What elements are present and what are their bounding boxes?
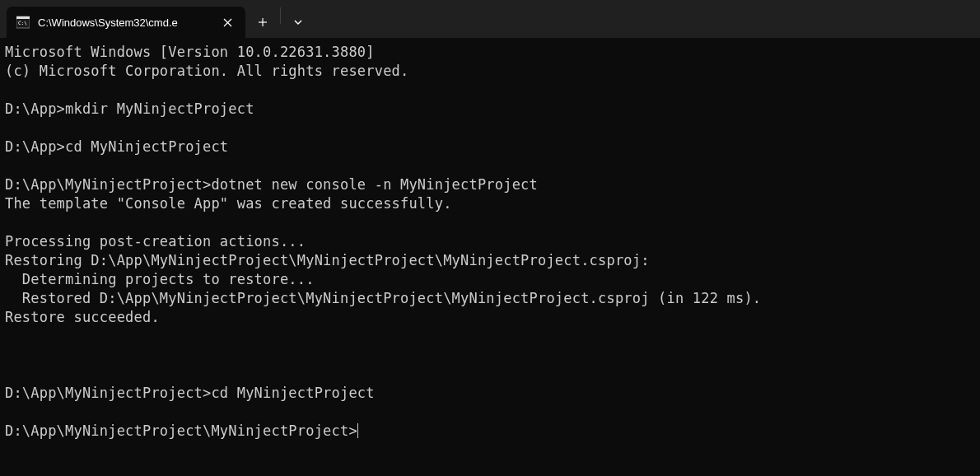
terminal-output[interactable]: Microsoft Windows [Version 10.0.22631.38…	[0, 38, 980, 446]
close-icon	[223, 18, 232, 27]
tab-close-button[interactable]	[217, 12, 237, 32]
cmd-icon: C:\	[16, 16, 30, 29]
titlebar: C:\ C:\Windows\System32\cmd.e	[0, 0, 980, 38]
plus-icon	[258, 17, 268, 27]
svg-text:C:\: C:\	[18, 20, 27, 26]
svg-rect-1	[16, 16, 30, 19]
tab-dropdown-button[interactable]	[281, 7, 315, 38]
tab-title: C:\Windows\System32\cmd.e	[38, 16, 212, 29]
chevron-down-icon	[293, 19, 303, 26]
new-tab-button[interactable]	[245, 7, 280, 38]
tab-active[interactable]: C:\ C:\Windows\System32\cmd.e	[7, 7, 245, 38]
cursor	[357, 423, 359, 438]
current-prompt: D:\App\MyNinjectProject\MyNinjectProject…	[5, 422, 357, 439]
